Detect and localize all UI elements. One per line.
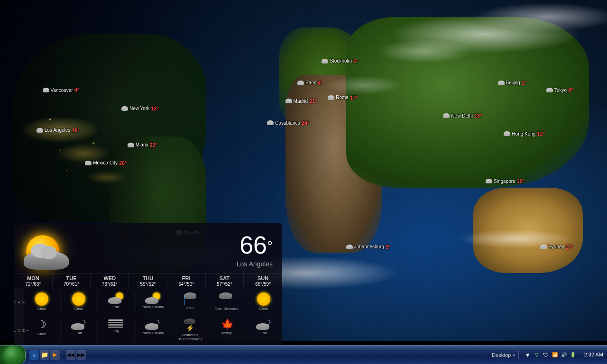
city-name-label: Madrid <box>294 99 308 104</box>
day-icon-cell-sun: Clear <box>245 291 282 312</box>
partly-cloudy-icon <box>145 318 160 330</box>
city-temp-label: 26° <box>119 160 127 166</box>
city-marker-madrid: Madrid21° <box>285 98 317 104</box>
city-weather-icon <box>322 59 328 64</box>
city-weather-icon <box>443 113 450 118</box>
widget-top: 66° Los Angeles <box>14 223 282 273</box>
city-weather-icon <box>128 143 134 147</box>
day-temp-range: 54°/50° <box>168 282 204 287</box>
forecast-col-wed: WED 73°/61° <box>91 273 129 289</box>
taskbar-icon-ie[interactable]: e <box>29 350 39 360</box>
city-weather-icon <box>43 88 49 92</box>
city-name-label: Roma <box>336 95 349 100</box>
day-condition: Partly Cloudy <box>141 305 164 309</box>
system-tray: ♥ ▽ 🛡 📶 🔊 🔋 <box>521 351 579 359</box>
city-weather-icon <box>504 131 510 136</box>
tray-heart-icon[interactable]: ♥ <box>524 351 532 359</box>
tray-network-icon[interactable]: 📶 <box>551 351 559 359</box>
desktop-button[interactable]: Desktop » <box>489 351 519 359</box>
city-marker-paris: Paris4° <box>297 80 322 86</box>
taskbar-icon-extra1[interactable]: ◀◀ <box>66 350 75 360</box>
day-temp-range: 57°/52° <box>207 282 243 287</box>
taskbar-quick-launch: e 📁 ▶ ◀◀ ▶▶ <box>26 348 90 362</box>
rain-icon <box>182 292 197 305</box>
day-temp-range: 70°/61° <box>54 282 90 287</box>
city-name-label: Tokyo <box>554 88 567 93</box>
day-temp-range: 73°/61° <box>92 282 128 287</box>
city-name-label: Casablanca <box>275 120 300 126</box>
forecast-col-fri: FRI 54°/50° <box>167 273 206 289</box>
system-clock: 2:32 AM <box>581 351 603 358</box>
temp-value: 66° <box>237 231 273 259</box>
city-label: Los Angeles <box>237 260 273 268</box>
thunderstorm-icon <box>182 318 197 332</box>
tray-volume-icon[interactable]: 🔊 <box>560 351 568 359</box>
city-temp-label: 10° <box>517 178 525 184</box>
start-button[interactable] <box>0 346 26 364</box>
city-marker-los-angeles: Los Angeles19° <box>37 127 80 133</box>
night-icon-cell-fri: Scattered Thunderstorms <box>171 318 208 343</box>
city-name-label: Miami <box>136 142 148 147</box>
city-temp-label: 13° <box>151 106 159 111</box>
city-marker-tokyo: Tokyo8° <box>546 87 573 93</box>
city-weather-icon <box>498 81 505 85</box>
day-name: FRI <box>168 275 204 281</box>
moon-cloud-icon <box>256 318 271 330</box>
partly-cloudy-icon <box>145 292 160 304</box>
city-name-label: Johannesburg <box>354 244 384 249</box>
night-condition: Clear <box>37 332 46 337</box>
city-marker-casablanca: Casablanca24° <box>267 120 309 126</box>
tray-shield-icon[interactable]: 🛡 <box>542 351 550 359</box>
city-temp-label: 8° <box>568 87 573 93</box>
taskbar-icon-media[interactable]: ▶ <box>50 350 60 360</box>
city-weather-icon <box>546 88 553 92</box>
clock-time: 2:32 AM <box>584 351 603 358</box>
desktop-arrow: » <box>513 352 515 358</box>
day-temp-range: 66°/59° <box>245 282 281 287</box>
night-condition: Scattered Thunderstorms <box>172 333 207 342</box>
forecast-col-sun: SUN 66°/59° <box>244 273 282 289</box>
windy-icon <box>219 318 234 330</box>
city-temp-label: 1° <box>522 80 527 86</box>
fog-icon <box>108 318 123 328</box>
city-marker-roma: Roma17° <box>328 95 358 100</box>
day-condition: Rain <box>186 306 193 310</box>
day-name: SAT <box>207 275 243 281</box>
tray-battery-icon[interactable]: 🔋 <box>569 351 577 359</box>
day-name: TUE <box>54 275 90 281</box>
city-weather-icon <box>346 245 353 249</box>
city-weather-icon <box>540 245 547 249</box>
city-name-label: New Delhi <box>451 113 473 118</box>
city-temp-label: 22° <box>149 142 157 148</box>
partly-cloudy-icon <box>108 292 123 304</box>
city-name-label: Mexico City <box>93 160 118 165</box>
night-label: NIGHT <box>14 315 24 345</box>
city-temp-label: 24° <box>302 120 310 126</box>
taskbar-icon-extra2[interactable]: ▶▶ <box>76 350 86 360</box>
city-marker-hong-kong: Hong Kong12° <box>504 131 545 136</box>
weather-icon-large <box>21 228 74 271</box>
night-condition: Fog <box>112 329 119 334</box>
city-weather-icon <box>85 161 92 165</box>
weather-widget: 66° Los Angeles MON 72°/63° TUE 70°/61° … <box>14 223 282 345</box>
city-name-label: Beijing <box>506 80 520 85</box>
tray-v-icon[interactable]: ▽ <box>533 351 541 359</box>
day-condition: Clear <box>259 307 268 311</box>
city-weather-icon <box>121 106 128 111</box>
city-marker-johannesburg: Johannesburg5° <box>346 244 391 250</box>
night-condition: Fair <box>75 331 82 336</box>
city-weather-icon <box>37 128 43 133</box>
sun-icon <box>257 292 270 306</box>
day-condition: Fair <box>112 305 119 309</box>
city-weather-icon <box>486 179 492 183</box>
rain-showers-icon <box>219 292 234 306</box>
taskbar-icon-explorer[interactable]: 📁 <box>40 350 49 360</box>
city-weather-icon <box>328 95 334 100</box>
forecast-col-tue: TUE 70°/61° <box>53 273 91 289</box>
city-temp-label: 21° <box>309 98 317 104</box>
day-name: WED <box>92 275 128 281</box>
city-marker-miami: Miami22° <box>128 142 157 148</box>
temperature-display: 66° Los Angeles <box>237 231 273 268</box>
forecast-col-mon: MON 72°/63° <box>14 273 53 289</box>
city-temp-label: 19° <box>72 127 80 133</box>
